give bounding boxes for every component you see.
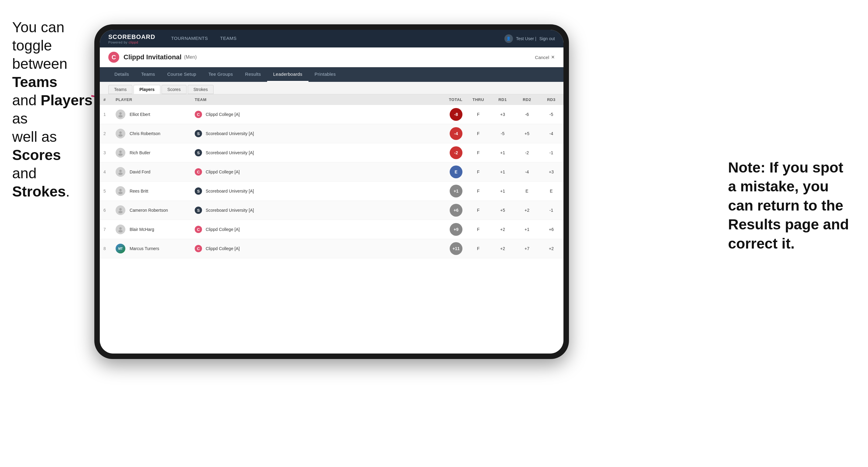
- cell-rd3: +6: [539, 220, 563, 239]
- cell-thru: F: [466, 162, 490, 182]
- cell-player: David Ford: [112, 162, 191, 182]
- tablet-screen: SCOREBOARD Powered by clippd TOURNAMENTS…: [100, 30, 563, 353]
- cell-rd3: -1: [539, 201, 563, 220]
- sign-out-link[interactable]: Sign out: [539, 36, 555, 41]
- total-badge: +1: [450, 185, 462, 197]
- team-name: Clippd College [A]: [206, 227, 240, 232]
- total-badge: +6: [450, 204, 462, 217]
- col-thru: THRU: [466, 94, 490, 105]
- svg-point-8: [118, 173, 123, 175]
- team-name: Scoreboard University [A]: [206, 208, 254, 213]
- user-name: Test User |: [516, 36, 536, 41]
- player-name: David Ford: [130, 169, 150, 174]
- tab-results[interactable]: Results: [239, 67, 267, 82]
- table-header: # PLAYER TEAM TOTAL THRU RD1 RD2 RD3: [100, 94, 563, 105]
- tab-bar: Details Teams Course Setup Tee Groups Re…: [100, 67, 563, 82]
- cell-team: C Clippd College [A]: [191, 220, 436, 239]
- svg-point-9: [119, 189, 122, 191]
- total-badge: -4: [450, 127, 462, 140]
- cell-rd2: +2: [515, 201, 539, 220]
- table-row: 1 Elliot Ebert C Clippd College [A] -8 F…: [100, 105, 563, 124]
- logo-area: SCOREBOARD Powered by clippd: [108, 33, 155, 44]
- team-name: Clippd College [A]: [206, 112, 240, 117]
- svg-point-1: [119, 112, 122, 115]
- svg-point-3: [119, 131, 122, 134]
- nav-tournaments[interactable]: TOURNAMENTS: [165, 30, 214, 47]
- cell-rd2: -4: [515, 162, 539, 182]
- cell-team: C Clippd College [A]: [191, 239, 436, 258]
- total-badge: +11: [450, 242, 462, 255]
- svg-point-4: [118, 134, 123, 136]
- cell-rank: 1: [100, 105, 112, 124]
- table-body: 1 Elliot Ebert C Clippd College [A] -8 F…: [100, 105, 563, 258]
- team-logo: C: [195, 226, 202, 233]
- logo-sub: Powered by clippd: [108, 40, 155, 44]
- col-rd1: RD1: [490, 94, 515, 105]
- app-header: SCOREBOARD Powered by clippd TOURNAMENTS…: [100, 30, 563, 48]
- col-rd3: RD3: [539, 94, 563, 105]
- col-team: TEAM: [191, 94, 436, 105]
- table-row: 2 Chris Robertson S Scoreboard Universit…: [100, 124, 563, 143]
- cell-total: -4: [436, 124, 466, 143]
- cell-rank: 6: [100, 201, 112, 220]
- table-row: 5 Rees Britt S Scoreboard University [A]…: [100, 182, 563, 201]
- header-nav: TOURNAMENTS TEAMS: [165, 30, 504, 47]
- tab-printables[interactable]: Printables: [309, 67, 342, 82]
- cell-team: C Clippd College [A]: [191, 162, 436, 182]
- cell-rd3: +2: [539, 239, 563, 258]
- tab-course-setup[interactable]: Course Setup: [161, 67, 202, 82]
- team-name: Clippd College [A]: [206, 169, 240, 174]
- sub-tab-strokes[interactable]: Strokes: [188, 85, 214, 94]
- col-rd2: RD2: [515, 94, 539, 105]
- cell-rd1: +1: [490, 143, 515, 162]
- tab-tee-groups[interactable]: Tee Groups: [202, 67, 239, 82]
- tab-details[interactable]: Details: [108, 67, 135, 82]
- cell-player: Rees Britt: [112, 182, 191, 201]
- cell-rd1: +5: [490, 201, 515, 220]
- col-player: PLAYER: [112, 94, 191, 105]
- cell-rd1: +3: [490, 105, 515, 124]
- player-avatar: [116, 129, 125, 138]
- team-logo: S: [195, 187, 202, 195]
- cell-rd2: +7: [515, 239, 539, 258]
- total-badge: -8: [450, 108, 462, 121]
- sub-tab-players[interactable]: Players: [133, 85, 160, 94]
- cell-total: -8: [436, 105, 466, 124]
- cell-rd2: -2: [515, 143, 539, 162]
- tab-leaderboards[interactable]: Leaderboards: [267, 67, 309, 82]
- player-avatar: [116, 186, 125, 196]
- tournament-banner: C Clippd Invitational (Men) Cancel ✕: [100, 48, 563, 67]
- team-logo: S: [195, 207, 202, 214]
- svg-point-13: [119, 227, 122, 230]
- cell-rd3: -4: [539, 124, 563, 143]
- cell-team: C Clippd College [A]: [191, 105, 436, 124]
- player-name: Rich Butler: [130, 150, 150, 155]
- player-avatar: [116, 148, 125, 158]
- cell-rd2: -6: [515, 105, 539, 124]
- table-row: 4 David Ford C Clippd College [A] E F +1…: [100, 162, 563, 182]
- player-name: Cameron Robertson: [130, 208, 168, 213]
- sub-tab-teams[interactable]: Teams: [108, 85, 132, 94]
- user-icon: 👤: [504, 34, 513, 43]
- cell-total: +9: [436, 220, 466, 239]
- table-row: 7 Blair McHarg C Clippd College [A] +9 F…: [100, 220, 563, 239]
- col-rank: #: [100, 94, 112, 105]
- player-avatar: [116, 167, 125, 177]
- cell-total: E: [436, 162, 466, 182]
- cell-total: +6: [436, 201, 466, 220]
- logo-title: SCOREBOARD: [108, 33, 155, 40]
- total-badge: +9: [450, 223, 462, 236]
- cell-rd2: +5: [515, 124, 539, 143]
- tab-teams[interactable]: Teams: [135, 67, 161, 82]
- cell-total: +1: [436, 182, 466, 201]
- svg-point-11: [119, 208, 122, 211]
- cell-thru: F: [466, 124, 490, 143]
- nav-teams[interactable]: TEAMS: [214, 30, 243, 47]
- header-user: 👤 Test User | Sign out: [504, 34, 555, 43]
- player-name: Chris Robertson: [130, 131, 160, 136]
- table-row: 8 MT Marcus Turners C Clippd College [A]…: [100, 239, 563, 258]
- svg-point-10: [118, 192, 123, 194]
- cell-rank: 5: [100, 182, 112, 201]
- sub-tab-scores[interactable]: Scores: [161, 85, 186, 94]
- cancel-button[interactable]: Cancel ✕: [535, 55, 555, 60]
